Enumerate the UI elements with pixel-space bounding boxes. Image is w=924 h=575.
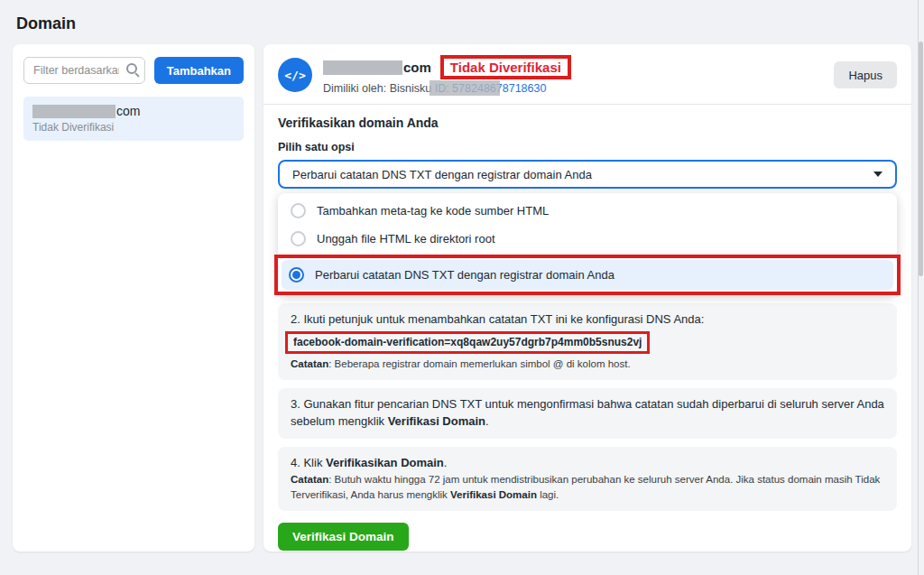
step-2-box: 2. Ikuti petunjuk untuk menambahkan cata… <box>278 303 897 380</box>
search-icon <box>126 63 137 74</box>
step-4-text: 4. Klik Verifikasikan Domain. <box>291 455 884 472</box>
domain-list-item[interactable]: com Tidak Diverifikasi <box>23 97 244 141</box>
radio-icon[interactable] <box>291 203 306 218</box>
annotation-box-dns-option: Perbarui catatan DNS TXT dengan registra… <box>274 255 901 295</box>
step-3-suffix: . <box>485 414 489 428</box>
censor-block <box>430 80 500 96</box>
step-3-text: 3. Gunakan fitur pencarian DNS TXT untuk… <box>291 397 884 428</box>
radio-checked-icon[interactable] <box>289 267 304 283</box>
note-text: : Butuh waktu hingga 72 jam untuk mendis… <box>291 474 880 500</box>
scrollbar[interactable] <box>918 0 924 575</box>
domain-detail-header: </> com Tidak Diverifikasi Dimiliki oleh… <box>263 44 911 105</box>
step-4-prefix: 4. Klik <box>291 456 326 469</box>
note-bold: Verifikasi Domain <box>450 489 537 500</box>
status-badge: Tidak Diverifikasi <box>450 60 561 75</box>
note-label: Catatan <box>291 474 328 485</box>
note-text-2: lagi. <box>537 489 559 500</box>
step-3-bold: Verifikasi Domain <box>388 414 485 428</box>
chevron-down-icon <box>873 172 882 177</box>
owner-row: Dimiliki oleh: Bisnisku ID: 578248678718… <box>323 82 546 95</box>
code-circle-icon: </> <box>278 58 312 92</box>
add-domain-button[interactable]: Tambahkan <box>154 57 244 84</box>
censor-block <box>323 60 402 75</box>
select-value: Perbarui catatan DNS TXT dengan registra… <box>292 168 592 181</box>
annotation-box-status: Tidak Diverifikasi <box>440 55 571 79</box>
domain-list-item-suffix: com <box>116 104 140 118</box>
txt-record-value: facebook-domain-verification=xq8qaw2uy57… <box>293 336 642 348</box>
verify-section: Verifikasikan domain Anda Pilih satu ops… <box>263 105 911 551</box>
verify-domain-button[interactable]: Verifikasi Domain <box>278 523 409 551</box>
layout: Tambahkan com Tidak Diverifikasi </> com… <box>0 44 924 552</box>
domain-name-row: com Tidak Diverifikasi <box>323 55 834 79</box>
option-html-upload[interactable]: Unggah file HTML ke direktori root <box>283 225 892 253</box>
step-4-bold: Verifikasikan Domain <box>326 456 444 469</box>
verify-title: Verifikasikan domain Anda <box>278 116 897 130</box>
annotation-box-txt-record: facebook-domain-verification=xq8qaw2uy57… <box>285 331 650 354</box>
scrollbar-thumb[interactable] <box>919 42 923 276</box>
note-label: Catatan <box>291 358 328 369</box>
domain-list-item-name: com <box>32 104 235 118</box>
delete-domain-button[interactable]: Hapus <box>834 61 897 88</box>
verification-method-dropdown: Tambahkan meta-tag ke kode sumber HTML U… <box>278 193 897 295</box>
domain-detail-panel: </> com Tidak Diverifikasi Dimiliki oleh… <box>263 44 911 552</box>
step-4-note: Catatan: Butuh waktu hingga 72 jam untuk… <box>291 472 884 502</box>
step-4-box: 4. Klik Verifikasikan Domain. Catatan: B… <box>278 447 897 511</box>
step-3-box: 3. Gunakan fitur pencarian DNS TXT untuk… <box>278 388 897 439</box>
note-text: : Beberapa registrar domain memerlukan s… <box>328 358 630 369</box>
owner-label: Dimiliki oleh: Bisnisku <box>323 82 431 95</box>
censor-block <box>32 105 116 118</box>
domain-header-text: com Tidak Diverifikasi Dimiliki oleh: Bi… <box>323 55 834 95</box>
step-2-text: 2. Ikuti petunjuk untuk menambahkan cata… <box>291 311 884 329</box>
filter-row: Tambahkan <box>23 57 244 84</box>
filter-input-wrap <box>23 57 145 84</box>
option-meta-tag[interactable]: Tambahkan meta-tag ke kode sumber HTML <box>283 197 892 225</box>
option-dns-txt[interactable]: Perbarui catatan DNS TXT dengan registra… <box>282 260 893 290</box>
verification-method-select[interactable]: Perbarui catatan DNS TXT dengan registra… <box>278 160 897 189</box>
option-label: Perbarui catatan DNS TXT dengan registra… <box>315 268 614 282</box>
radio-icon[interactable] <box>291 231 306 246</box>
option-label: Unggah file HTML ke direktori root <box>317 232 495 246</box>
step-4-suffix: . <box>444 456 448 469</box>
page-title: Domain <box>0 0 924 44</box>
select-label: Pilih satu opsi <box>278 141 897 153</box>
step-2-note: Catatan: Beberapa registrar domain memer… <box>291 357 884 372</box>
option-label: Tambahkan meta-tag ke kode sumber HTML <box>317 204 549 218</box>
domain-name-suffix: com <box>403 60 431 75</box>
domain-list-item-status: Tidak Diverifikasi <box>32 121 235 134</box>
domain-list-sidebar: Tambahkan com Tidak Diverifikasi <box>13 44 254 552</box>
